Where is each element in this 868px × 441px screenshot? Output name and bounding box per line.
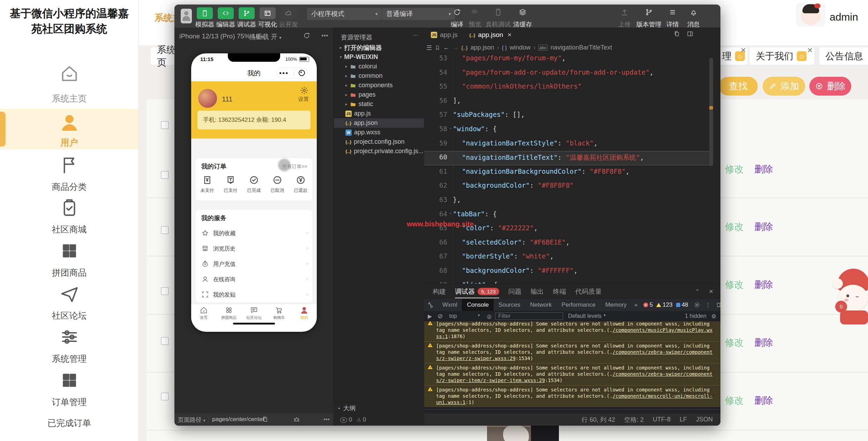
tab-grid4-icon[interactable] [225, 306, 233, 314]
service-row[interactable]: 浏览历史› [196, 241, 312, 256]
explorer-row[interactable]: ▸static [334, 99, 424, 109]
close-tab-icon[interactable]: ✕ [507, 32, 512, 38]
service-row[interactable]: 我的发贴› [196, 287, 312, 302]
toolbar-版本管理-icon[interactable] [645, 8, 653, 16]
outline-section[interactable]: ▸大纲 [334, 402, 424, 413]
search-button[interactable]: 查找 [719, 77, 758, 96]
bookmark-icon[interactable] [435, 45, 440, 51]
devtools-account-avatar[interactable] [181, 9, 192, 23]
panel-collapse-icon[interactable]: ⌃ [695, 288, 699, 295]
debugger-tab[interactable]: 调试器5, 123 [455, 287, 499, 298]
split-editor-icon[interactable] [687, 30, 694, 37]
nav-back-icon[interactable]: ← [443, 44, 449, 51]
source-link[interactable]: /components/zebra-swiper/component [613, 349, 713, 355]
explorer-row[interactable]: ▸common [334, 71, 424, 81]
breadcrumb-file[interactable]: app.json [471, 44, 494, 51]
explorer-row[interactable]: Wapp.wxss [334, 128, 424, 137]
sidebar-item[interactable]: 订单管理 [0, 396, 139, 408]
debugger-tab[interactable]: 输出 [531, 287, 544, 296]
console-warning[interactable]: [pages/shop-address/shop-address] Some s… [424, 341, 720, 363]
nav-forward-icon[interactable]: → [452, 44, 458, 51]
settings-gear-icon[interactable] [300, 86, 308, 95]
explorer-row[interactable]: ▸pages [334, 90, 424, 99]
yenc-icon[interactable] [295, 175, 306, 185]
sidebar-item[interactable]: 商品分类 [0, 181, 139, 193]
toolbar-编译-icon[interactable] [453, 8, 461, 16]
gutter-menu-icon[interactable]: ☰ [426, 44, 432, 52]
sidebar-item[interactable]: 社区商城 [0, 224, 139, 235]
panel-close-icon[interactable]: ✕ [709, 288, 713, 295]
editor-scrollbar[interactable] [709, 58, 713, 166]
checkc-icon[interactable] [249, 175, 259, 185]
toolbar-预览-icon[interactable] [471, 8, 479, 16]
mode-dropdown[interactable]: 小程序模式▾ [307, 8, 382, 20]
explorer-row[interactable]: JSapp.js [334, 109, 424, 118]
toolbar-win-button[interactable] [260, 7, 276, 19]
source-link[interactable]: /components/musicPlay/musicPlay.wx [613, 327, 713, 333]
avatar[interactable] [796, 3, 825, 27]
capsule-close-icon[interactable] [299, 70, 305, 76]
page-path-value[interactable]: pages/center/center [212, 416, 264, 423]
devtools-tab-performance[interactable]: Performance [557, 299, 600, 311]
devtools-tab-sources[interactable]: Sources [494, 299, 525, 311]
capsule-menu[interactable]: ●●● [276, 67, 308, 79]
devtools-tab-network[interactable]: Network [525, 299, 556, 311]
order-status-label[interactable]: 已退款 [290, 187, 311, 194]
dock-side-icon[interactable] [713, 302, 720, 308]
explorer-row[interactable]: {..}project.config.json [334, 137, 424, 147]
doccheck-icon[interactable] [225, 175, 236, 185]
tabbar-label[interactable]: 社区论坛 [243, 315, 265, 320]
console-eye-icon[interactable]: ◎ [483, 313, 495, 320]
more-tabs-icon[interactable]: » [631, 301, 640, 308]
devtools-tab-memory[interactable]: Memory [600, 299, 631, 311]
page-path-label[interactable]: 页面路径 ▾ [178, 416, 205, 424]
toolbar-消息-icon[interactable] [689, 8, 698, 16]
explorer-more-icon[interactable]: ⋯ [413, 32, 419, 38]
order-status-label[interactable]: 已取消 [267, 187, 288, 194]
fold-arrow-icon[interactable]: ⌄ [449, 125, 452, 130]
breadcrumb-leaf[interactable]: navigationBarTitleText [551, 44, 612, 51]
simulator-more-icon[interactable] [321, 32, 329, 39]
service-row[interactable]: 在线咨询› [196, 272, 312, 287]
toolbar-code-button[interactable] [218, 7, 234, 19]
order-status-label[interactable]: 已支付 [220, 187, 241, 194]
explorer-row[interactable]: ▸components [334, 81, 424, 90]
fold-arrow-icon[interactable]: ⌄ [449, 210, 452, 215]
console-counts[interactable]: ✕ 5 123 48 [641, 301, 691, 308]
devtools-settings-gear-icon[interactable] [691, 302, 703, 308]
console-settings-gear-icon[interactable]: ⚙ [711, 313, 716, 320]
encoding[interactable]: UTF-8 [653, 416, 671, 423]
toolbar-详情-icon[interactable] [668, 8, 677, 16]
source-link[interactable]: /components/zebra-swiper/component [613, 371, 713, 377]
tab-chat-icon[interactable] [250, 306, 258, 314]
service-row[interactable]: 我的收藏› [196, 226, 312, 241]
log-levels-dropdown[interactable]: Default levels▾ [563, 313, 611, 319]
add-button[interactable]: 添加 [763, 77, 805, 96]
language-mode[interactable]: JSON [696, 416, 713, 423]
clear-console-icon[interactable]: ⊘ [435, 312, 446, 320]
tab-close-icon[interactable]: ✕ [807, 46, 813, 54]
editor-tab[interactable]: JSapp.js [426, 28, 463, 42]
sidebar-item[interactable]: 系统管理 [0, 353, 139, 365]
editor-tab[interactable]: {..}app.json✕ [464, 28, 517, 42]
phone-simulator[interactable]: 11:15 100% 我的 ●●● 111 设置 手机: 13623254212… [191, 53, 317, 332]
console-prompt[interactable]: › [424, 409, 720, 413]
debugger-tab[interactable]: 问题 [508, 287, 522, 296]
indent-setting[interactable]: 空格: 2 [624, 416, 644, 424]
console-sidebar-icon[interactable]: ▶ [424, 313, 435, 320]
source-link[interactable]: uni.wxss:1 [436, 399, 465, 405]
sidebar-item[interactable]: 已完成订单 [0, 417, 139, 429]
explorer-row[interactable]: {..}app.json [334, 118, 424, 128]
breadcrumb-node[interactable]: window [510, 44, 531, 51]
toolbar-真机调试-icon[interactable] [494, 8, 502, 16]
compile-mode-dropdown[interactable]: 普通编译▾ [382, 8, 455, 20]
nav-tab[interactable]: 公告信息 [819, 47, 868, 65]
toolbar-branch-button[interactable] [239, 7, 255, 19]
sidebar-item[interactable]: 社区论坛 [0, 310, 139, 321]
tabbar-label[interactable]: 购物车 [268, 315, 290, 320]
nav-tab[interactable]: 关于我们◇✕ [749, 47, 814, 65]
tab-home-icon[interactable] [200, 306, 208, 314]
admin-username[interactable]: admin [830, 11, 858, 23]
explorer-row[interactable]: ▾MP-WEIXIN [334, 52, 424, 62]
fold-arrow-icon[interactable]: ⌄ [449, 281, 452, 284]
